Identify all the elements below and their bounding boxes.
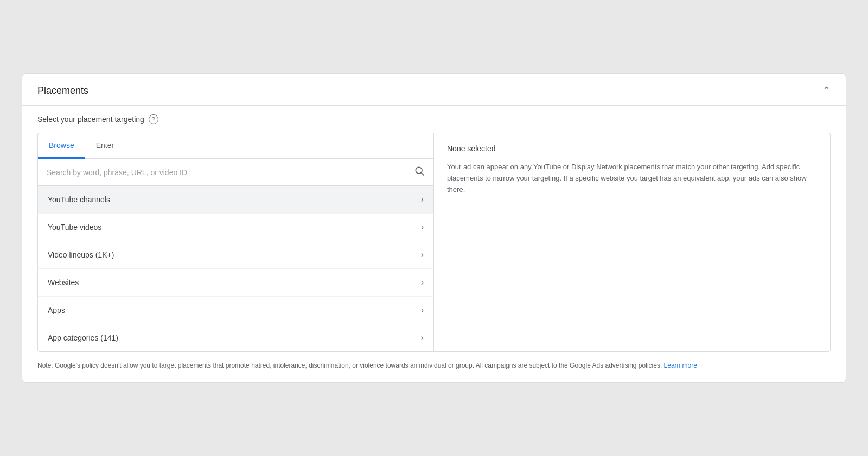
search-row (38, 159, 433, 186)
chevron-right-icon: › (421, 305, 424, 315)
description-text: Your ad can appear on any YouTube or Dis… (447, 162, 817, 195)
card-title: Placements (37, 85, 88, 97)
category-label: Video lineups (1K+) (48, 251, 114, 259)
category-label: Websites (48, 278, 79, 287)
collapse-icon[interactable]: ⌃ (822, 85, 831, 97)
subtitle-label: Select your placement targeting (37, 115, 144, 124)
category-label: YouTube videos (48, 223, 101, 232)
list-item[interactable]: Apps › (38, 297, 433, 324)
list-item[interactable]: Websites › (38, 269, 433, 297)
category-label: Apps (48, 306, 65, 314)
list-item[interactable]: YouTube videos › (38, 214, 433, 241)
left-panel: Browse Enter YouTube c (38, 133, 434, 351)
search-icon (414, 165, 425, 179)
list-item[interactable]: App categories (141) › (38, 324, 433, 351)
list-item[interactable]: YouTube channels › (38, 186, 433, 214)
chevron-right-icon: › (421, 222, 424, 232)
tab-browse[interactable]: Browse (38, 133, 85, 159)
category-list: YouTube channels › YouTube videos › Vide… (38, 186, 433, 351)
card-header: Placements ⌃ (22, 74, 846, 106)
none-selected-label: None selected (447, 144, 817, 153)
chevron-right-icon: › (421, 250, 424, 260)
subtitle-row: Select your placement targeting ? (22, 106, 846, 133)
footer-note-text: Note: Google's policy doesn't allow you … (37, 362, 662, 369)
category-label: YouTube channels (48, 195, 110, 204)
search-input[interactable] (47, 168, 410, 177)
chevron-right-icon: › (421, 333, 424, 343)
tab-enter[interactable]: Enter (85, 133, 125, 159)
svg-line-1 (422, 173, 424, 176)
browse-panel: Browse Enter YouTube c (37, 133, 831, 352)
placements-card: Placements ⌃ Select your placement targe… (22, 73, 846, 382)
help-icon[interactable]: ? (149, 114, 158, 124)
list-item[interactable]: Video lineups (1K+) › (38, 241, 433, 269)
learn-more-link[interactable]: Learn more (664, 362, 697, 369)
chevron-right-icon: › (421, 195, 424, 204)
right-panel: None selected Your ad can appear on any … (434, 133, 830, 351)
chevron-right-icon: › (421, 278, 424, 287)
tabs-row: Browse Enter (38, 133, 433, 159)
main-content: Browse Enter YouTube c (22, 133, 846, 352)
category-label: App categories (141) (48, 333, 118, 342)
footer-note: Note: Google's policy doesn't allow you … (22, 352, 846, 382)
